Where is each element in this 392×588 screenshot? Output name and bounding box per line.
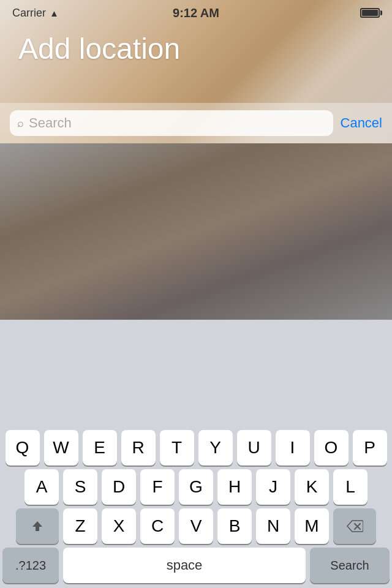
key-o[interactable]: O xyxy=(314,430,349,466)
key-d[interactable]: D xyxy=(102,469,136,505)
key-l[interactable]: L xyxy=(333,469,368,505)
key-w[interactable]: W xyxy=(44,430,78,466)
search-icon: ⌕ xyxy=(17,117,24,130)
content-area xyxy=(0,143,392,320)
key-c[interactable]: C xyxy=(140,508,175,544)
keyboard: Q W E R T Y U I O P A S D F G H J K L Z … xyxy=(0,426,392,588)
key-s[interactable]: S xyxy=(63,469,97,505)
search-bar-area: ⌕ Cancel xyxy=(0,103,392,143)
cancel-button[interactable]: Cancel xyxy=(341,113,382,134)
key-n[interactable]: N xyxy=(256,508,290,544)
key-m[interactable]: M xyxy=(295,508,329,544)
key-z[interactable]: Z xyxy=(63,508,97,544)
key-x[interactable]: X xyxy=(102,508,136,544)
search-input[interactable] xyxy=(29,115,326,131)
key-f[interactable]: F xyxy=(140,469,175,505)
key-y[interactable]: Y xyxy=(198,430,233,466)
key-v[interactable]: V xyxy=(179,508,213,544)
key-h[interactable]: H xyxy=(217,469,252,505)
number-key[interactable]: .?123 xyxy=(2,548,59,583)
search-input-wrapper[interactable]: ⌕ xyxy=(10,110,333,136)
search-key[interactable]: Search xyxy=(310,548,390,583)
page-title: Add location xyxy=(18,32,180,66)
key-i[interactable]: I xyxy=(276,430,310,466)
carrier-label: Carrier ▲ xyxy=(12,7,59,20)
delete-icon xyxy=(346,519,363,533)
key-q[interactable]: Q xyxy=(6,430,40,466)
keyboard-row-1: Q W E R T Y U I O P xyxy=(0,426,392,466)
shift-key[interactable] xyxy=(16,508,59,544)
battery-icon xyxy=(360,8,380,18)
key-e[interactable]: E xyxy=(83,430,117,466)
key-g[interactable]: G xyxy=(179,469,213,505)
key-a[interactable]: A xyxy=(24,469,59,505)
delete-key[interactable] xyxy=(333,508,376,544)
key-j[interactable]: J xyxy=(256,469,290,505)
status-time: 9:12 AM xyxy=(173,6,219,20)
space-key[interactable]: space xyxy=(63,548,306,583)
key-r[interactable]: R xyxy=(121,430,156,466)
key-t[interactable]: T xyxy=(160,430,194,466)
key-b[interactable]: B xyxy=(217,508,252,544)
keyboard-row-2: A S D F G H J K L xyxy=(0,466,392,505)
keyboard-bottom-row: .?123 space Search xyxy=(0,544,392,588)
shift-icon xyxy=(30,519,45,533)
key-u[interactable]: U xyxy=(237,430,271,466)
key-k[interactable]: K xyxy=(295,469,329,505)
keyboard-row-3: Z X C V B N M xyxy=(0,505,392,544)
wifi-icon: ▲ xyxy=(50,8,59,18)
status-bar: Carrier ▲ 9:12 AM xyxy=(0,0,392,26)
key-p[interactable]: P xyxy=(353,430,387,466)
